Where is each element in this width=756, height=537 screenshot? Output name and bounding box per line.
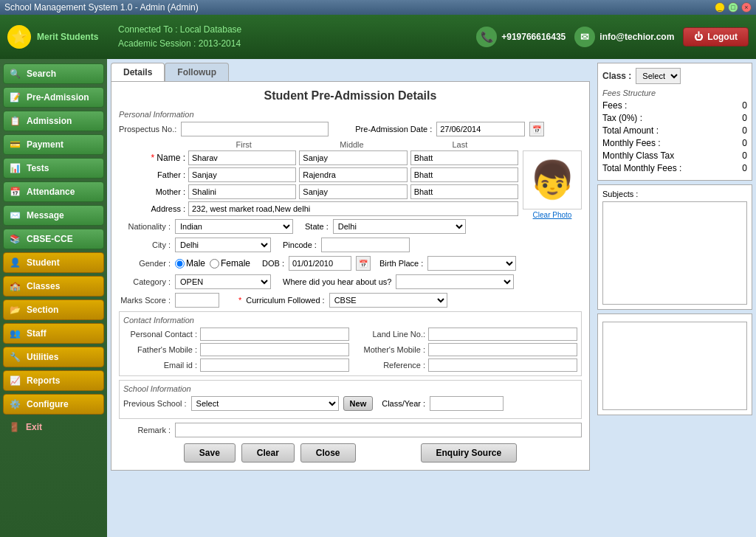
mother-middle-input[interactable] bbox=[299, 184, 407, 199]
mother-mobile-row: Mother's Mobile : bbox=[351, 343, 577, 356]
calendar-button[interactable]: 📅 bbox=[529, 122, 544, 136]
clear-button[interactable]: Clear bbox=[241, 443, 295, 462]
pincode-input[interactable] bbox=[321, 238, 410, 252]
state-label: State : bbox=[305, 222, 329, 231]
father-mobile-row: Father's Mobile : bbox=[123, 343, 349, 356]
curriculum-select[interactable]: CBSE bbox=[329, 293, 447, 308]
sidebar-item-exit[interactable]: 🚪 Exit bbox=[3, 418, 104, 437]
sidebar-item-attendance[interactable]: 📅 Attendance bbox=[3, 181, 104, 202]
new-school-button[interactable]: New bbox=[343, 396, 374, 411]
sidebar-label-staff: Staff bbox=[27, 328, 47, 339]
sidebar-item-cbse[interactable]: 📚 CBSE-CCE bbox=[3, 229, 104, 249]
sidebar-item-preadmission[interactable]: 📝 Pre-Admission bbox=[3, 87, 104, 108]
sidebar-label-utilities: Utilities bbox=[27, 352, 58, 362]
tab-details[interactable]: Details bbox=[111, 63, 165, 81]
school-info-title: School Information bbox=[123, 384, 577, 393]
mother-last-input[interactable] bbox=[410, 184, 518, 199]
mother-mobile-input[interactable] bbox=[428, 343, 577, 356]
nationality-label: Nationality : bbox=[119, 222, 171, 231]
gender-male-label[interactable]: Male bbox=[175, 258, 205, 268]
enquiry-source-button[interactable]: Enquiry Source bbox=[421, 443, 518, 462]
form-title: Student Pre-Admission Details bbox=[119, 89, 582, 103]
total-monthly-label: Total Monthly Fees : bbox=[602, 163, 681, 173]
minimize-button[interactable]: _ bbox=[715, 2, 725, 13]
form-container: Student Pre-Admission Details Personal I… bbox=[111, 81, 590, 471]
birth-place-label: Birth Place : bbox=[379, 259, 423, 268]
gender-male-radio[interactable] bbox=[175, 259, 185, 268]
names-and-photo: * Name : Father : bbox=[119, 150, 582, 219]
father-last-input[interactable] bbox=[410, 167, 518, 182]
sidebar-item-payment[interactable]: 💳 Payment bbox=[3, 134, 104, 155]
sidebar-item-configure[interactable]: ⚙️ Configure bbox=[3, 394, 104, 415]
heard-about-select[interactable] bbox=[396, 274, 514, 289]
utilities-icon: 🔧 bbox=[10, 352, 21, 362]
prospectus-input[interactable] bbox=[181, 122, 329, 136]
personal-contact-input[interactable] bbox=[200, 328, 349, 341]
sidebar-item-classes[interactable]: 🏫 Classes bbox=[3, 276, 104, 297]
close-button[interactable]: × bbox=[741, 2, 752, 13]
email-input[interactable] bbox=[200, 358, 349, 372]
personal-contact-row: Personal Contact : bbox=[123, 328, 349, 341]
sidebar-item-admission[interactable]: 📋 Admission bbox=[3, 111, 104, 131]
reference-input[interactable] bbox=[428, 358, 577, 372]
father-row: Father : bbox=[119, 167, 518, 182]
sidebar-item-utilities[interactable]: 🔧 Utilities bbox=[3, 347, 104, 367]
sidebar-label-configure: Configure bbox=[27, 399, 69, 409]
maximize-button[interactable]: □ bbox=[728, 2, 738, 13]
exit-icon: 🚪 bbox=[9, 422, 20, 432]
sidebar-label-message: Message bbox=[27, 210, 64, 221]
nationality-select[interactable]: Indian bbox=[175, 219, 293, 234]
sidebar-item-student[interactable]: 👤 Student bbox=[3, 252, 104, 273]
state-select[interactable]: Delhi bbox=[333, 219, 466, 234]
marks-input[interactable] bbox=[175, 293, 219, 308]
class-year-input[interactable] bbox=[430, 396, 504, 411]
mother-first-input[interactable] bbox=[188, 184, 296, 199]
staff-icon: 👥 bbox=[10, 328, 21, 339]
names-section: * Name : Father : bbox=[119, 150, 518, 218]
class-select[interactable]: Select bbox=[636, 68, 681, 84]
sidebar-item-message[interactable]: ✉️ Message bbox=[3, 205, 104, 226]
close-button[interactable]: Close bbox=[300, 443, 356, 462]
email-address: info@techior.com bbox=[599, 32, 674, 42]
power-icon: ⏻ bbox=[694, 32, 703, 42]
save-button[interactable]: Save bbox=[184, 443, 236, 462]
reports-icon: 📈 bbox=[10, 375, 21, 386]
father-middle-input[interactable] bbox=[299, 167, 407, 182]
tab-followup[interactable]: Followup bbox=[165, 63, 229, 81]
window-controls[interactable]: _ □ × bbox=[715, 2, 752, 13]
category-select[interactable]: OPEN bbox=[175, 274, 271, 289]
clear-photo-button[interactable]: Clear Photo bbox=[533, 211, 572, 219]
dob-calendar-button[interactable]: 📅 bbox=[356, 256, 371, 271]
address-input[interactable] bbox=[188, 201, 518, 216]
sidebar-item-staff[interactable]: 👥 Staff bbox=[3, 323, 104, 344]
city-select[interactable]: Delhi bbox=[175, 238, 271, 252]
email-row: Email id : bbox=[123, 358, 349, 372]
logout-button[interactable]: ⏻ Logout bbox=[683, 27, 749, 46]
birth-place-select[interactable] bbox=[427, 256, 516, 271]
sidebar-label-exit: Exit bbox=[26, 422, 42, 432]
father-first-input[interactable] bbox=[188, 167, 296, 182]
sidebar-item-section[interactable]: 📂 Section bbox=[3, 299, 104, 320]
connection-label: Connected To : Local Database bbox=[118, 23, 461, 37]
previous-school-select[interactable]: Select bbox=[191, 396, 339, 411]
school-section: School Information Previous School : Sel… bbox=[119, 380, 582, 419]
gender-female-label[interactable]: Female bbox=[210, 258, 250, 268]
extra-box bbox=[597, 313, 752, 415]
student-icon: 👤 bbox=[10, 257, 21, 268]
reference-row: Reference : bbox=[351, 358, 577, 372]
remark-input[interactable] bbox=[175, 423, 582, 437]
sidebar-item-reports[interactable]: 📈 Reports bbox=[3, 370, 104, 391]
last-name-input[interactable] bbox=[410, 150, 518, 165]
gender-female-text: Female bbox=[221, 258, 250, 268]
category-label: Category : bbox=[119, 277, 171, 286]
middle-name-input[interactable] bbox=[299, 150, 407, 165]
photo-area: 👦 bbox=[523, 150, 582, 209]
landline-input[interactable] bbox=[428, 328, 577, 341]
sidebar-item-search[interactable]: 🔍 Search bbox=[3, 63, 104, 84]
father-mobile-input[interactable] bbox=[200, 343, 349, 356]
gender-female-radio[interactable] bbox=[210, 259, 219, 268]
sidebar-item-tests[interactable]: 📊 Tests bbox=[3, 158, 104, 179]
dob-input[interactable] bbox=[289, 256, 351, 271]
pre-admission-date-input[interactable] bbox=[436, 122, 525, 136]
first-name-input[interactable] bbox=[188, 150, 296, 165]
